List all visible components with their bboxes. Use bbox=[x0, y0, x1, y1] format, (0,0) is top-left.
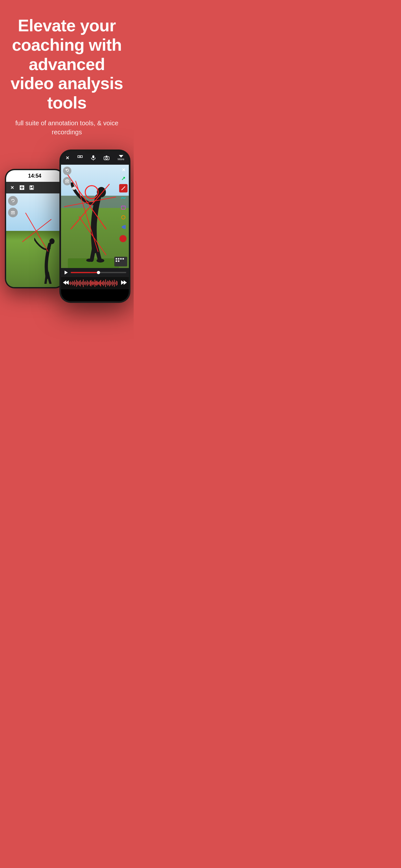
waveform-bar bbox=[69, 282, 70, 284]
video-delete-btn[interactable] bbox=[63, 177, 71, 185]
back-video-content bbox=[6, 193, 63, 287]
svg-rect-30 bbox=[121, 206, 125, 209]
waveform-bar bbox=[74, 280, 75, 286]
waveform-bar bbox=[109, 280, 110, 286]
waveform-bar bbox=[96, 281, 96, 285]
fill-tool-btn[interactable] bbox=[119, 223, 127, 231]
back-save-icon[interactable] bbox=[29, 185, 35, 190]
waveform-bar bbox=[108, 281, 109, 285]
waveform-bar bbox=[78, 282, 79, 285]
hero-title: Elevate your coaching with advanced vide… bbox=[10, 16, 124, 113]
svg-rect-33 bbox=[124, 225, 126, 229]
waveform-bar bbox=[102, 281, 103, 285]
waveform-bar bbox=[76, 280, 77, 287]
waveform-bar bbox=[71, 282, 72, 284]
circle-tool-btn[interactable] bbox=[119, 213, 127, 221]
svg-point-35 bbox=[72, 187, 76, 190]
more-label: More bbox=[118, 158, 124, 161]
back-close-icon[interactable]: ✕ bbox=[9, 185, 15, 190]
waveform-bar bbox=[85, 281, 86, 285]
phones-display: 14:54 ✕ bbox=[0, 150, 134, 350]
waveform-bar bbox=[100, 280, 101, 286]
waveform-bar bbox=[79, 281, 80, 286]
waveform-bar bbox=[98, 282, 99, 284]
waveform-bar bbox=[84, 282, 85, 285]
hero-subtitle: full suite of annotation tools, & voice … bbox=[10, 119, 124, 136]
svg-marker-47 bbox=[124, 280, 127, 285]
waveform-bar bbox=[75, 282, 76, 284]
waveform-bar bbox=[83, 279, 84, 287]
waveform-bar bbox=[94, 282, 94, 284]
front-grid-icon[interactable] bbox=[78, 155, 83, 160]
phone-notch bbox=[85, 151, 104, 154]
svg-line-29 bbox=[122, 187, 125, 190]
back-time: 14:54 bbox=[28, 173, 41, 179]
waveform-bar bbox=[112, 280, 113, 286]
svg-point-36 bbox=[86, 259, 93, 262]
scrubber-thumb bbox=[97, 271, 100, 274]
waveform-bar bbox=[105, 279, 106, 287]
waveform-bar bbox=[117, 281, 118, 285]
waveform-bar bbox=[93, 281, 93, 285]
waveform-bar bbox=[95, 280, 95, 287]
rect-tool-btn[interactable] bbox=[119, 204, 127, 212]
front-close-icon[interactable]: ✕ bbox=[66, 155, 69, 160]
scrubber-track[interactable] bbox=[71, 272, 126, 273]
skip-forward-btn[interactable] bbox=[121, 280, 127, 286]
record-btn[interactable] bbox=[120, 235, 127, 242]
front-phone-screen: ✕ bbox=[61, 151, 129, 301]
back-phone: 14:54 ✕ bbox=[5, 169, 65, 288]
waveform-bar bbox=[82, 281, 83, 285]
waveform-bar bbox=[88, 281, 89, 285]
svg-marker-32 bbox=[121, 225, 124, 229]
svg-rect-14 bbox=[81, 156, 82, 158]
back-statusbar: 14:54 bbox=[6, 170, 63, 182]
front-mic-icon[interactable] bbox=[91, 155, 96, 161]
pen-tool-btn[interactable] bbox=[119, 184, 127, 192]
svg-marker-19 bbox=[119, 155, 123, 158]
waveform-bar bbox=[116, 281, 117, 286]
waveform-bar bbox=[107, 281, 108, 286]
svg-line-10 bbox=[26, 213, 48, 252]
play-btn[interactable] bbox=[64, 270, 69, 275]
svg-line-11 bbox=[22, 219, 51, 242]
waveform-bars bbox=[69, 279, 120, 288]
arrow-tool-btn[interactable] bbox=[119, 175, 127, 183]
svg-rect-15 bbox=[92, 155, 94, 158]
waveform-bar bbox=[101, 282, 102, 284]
front-video-area: ✕ bbox=[61, 165, 129, 268]
waveform-area bbox=[61, 277, 129, 289]
waveform-bar bbox=[77, 281, 78, 285]
video-controls bbox=[61, 268, 129, 277]
waveform-bar bbox=[99, 281, 100, 285]
back-annotations bbox=[6, 193, 63, 287]
svg-marker-45 bbox=[63, 280, 66, 285]
waveform-bar bbox=[73, 282, 74, 285]
curve-tool-btn[interactable] bbox=[119, 194, 127, 202]
waveform-bar bbox=[103, 280, 104, 286]
skip-back-btn[interactable] bbox=[63, 280, 69, 286]
hero-section: Elevate your coaching with advanced vide… bbox=[0, 0, 134, 143]
waveform-bar bbox=[97, 282, 98, 285]
back-grid-icon[interactable] bbox=[19, 185, 25, 190]
video-close-icon[interactable]: ✕ bbox=[120, 166, 127, 173]
waveform-bar bbox=[106, 282, 107, 284]
svg-line-28 bbox=[122, 177, 125, 180]
back-toolbar: ✕ bbox=[6, 182, 63, 193]
front-phone: ✕ bbox=[59, 150, 130, 303]
svg-point-18 bbox=[105, 157, 107, 159]
waveform-bar bbox=[92, 282, 92, 285]
waveform-bar bbox=[72, 281, 73, 285]
waveform-bar bbox=[90, 281, 90, 286]
waveform-bar bbox=[91, 280, 91, 286]
waveform-bar bbox=[89, 282, 89, 284]
waveform-bar bbox=[111, 282, 112, 284]
svg-point-31 bbox=[122, 215, 125, 219]
video-undo-btn[interactable] bbox=[63, 166, 71, 175]
front-camera-icon[interactable] bbox=[104, 155, 110, 160]
waveform-bar bbox=[110, 281, 111, 285]
back-phone-screen: 14:54 ✕ bbox=[6, 170, 63, 287]
waveform-bar bbox=[80, 280, 81, 286]
front-more-btn[interactable]: More bbox=[118, 155, 124, 161]
svg-rect-13 bbox=[78, 156, 80, 158]
